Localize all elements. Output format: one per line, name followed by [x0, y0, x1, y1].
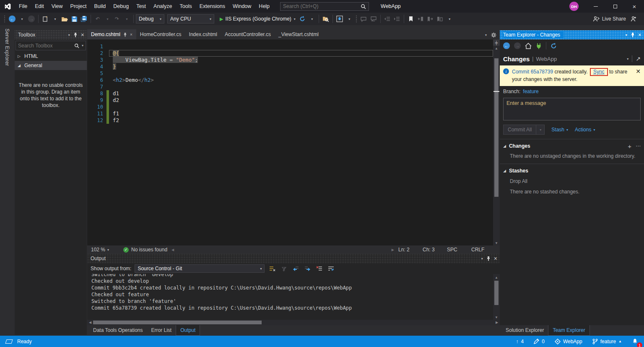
navigate-back-dropdown[interactable]: ▾	[17, 14, 26, 24]
code-line[interactable]: 11f1	[87, 110, 493, 117]
breakpoint-margin[interactable]	[87, 90, 93, 97]
scroll-right-arrow[interactable]: ▶	[494, 321, 500, 324]
current-branch-button[interactable]: feature ▲	[587, 336, 627, 347]
output-vertical-scrollbar[interactable]: ▲ ▼	[493, 274, 500, 320]
undo-dropdown[interactable]: ▾	[103, 14, 112, 24]
drop-all-action[interactable]: Drop All	[503, 175, 641, 184]
user-avatar[interactable]: DH	[569, 2, 579, 11]
document-health-indicator[interactable]: ✓ No issues found	[123, 247, 167, 253]
char-indicator[interactable]: Ch: 3	[423, 247, 447, 253]
commit-link[interactable]: Commit 65a78739	[512, 69, 553, 75]
message-filter-icon[interactable]	[280, 264, 288, 273]
code-line-text[interactable]: <h2>Demo</h2>	[109, 77, 493, 83]
code-line[interactable]: 4}	[87, 63, 493, 70]
maximize-button[interactable]	[605, 0, 625, 13]
new-project-dropdown[interactable]: ▾	[50, 14, 60, 24]
more-options-icon[interactable]: ⋯	[636, 143, 641, 149]
breakpoint-margin[interactable]	[87, 57, 93, 63]
commit-message-box[interactable]	[503, 98, 641, 120]
code-line[interactable]: 5	[87, 70, 493, 77]
line-indicator[interactable]: Ln: 2	[398, 247, 423, 253]
bookmark-window-button[interactable]	[435, 14, 444, 24]
toggle-bookmark-button[interactable]	[406, 14, 415, 24]
live-share-button[interactable]: Live Share	[593, 16, 626, 22]
new-project-button[interactable]	[41, 14, 50, 24]
breakpoint-margin[interactable]	[87, 77, 93, 83]
toolbar-overflow-dropdown[interactable]: ▾	[445, 14, 454, 24]
menu-build[interactable]: Build	[90, 0, 109, 13]
breakpoint-margin[interactable]	[87, 50, 93, 57]
code-editor[interactable]: 12@{3 ViewBag.Title = "Demo";4}56<h2>Dem…	[87, 39, 500, 245]
close-button[interactable]: ×	[625, 0, 644, 13]
code-line-text[interactable]: }	[109, 63, 493, 70]
notifications-button[interactable]: 1	[627, 336, 640, 347]
search-icon[interactable]	[74, 43, 79, 48]
menu-tools[interactable]: Tools	[176, 0, 196, 13]
undock-icon[interactable]: ↗	[636, 55, 641, 62]
breakpoint-margin[interactable]	[87, 43, 93, 50]
menu-debug[interactable]: Debug	[109, 0, 132, 13]
refresh-button[interactable]	[298, 14, 307, 24]
background-tasks-icon[interactable]	[5, 339, 13, 344]
breakpoint-margin[interactable]	[87, 83, 93, 90]
tab-_viewstart-cshtml[interactable]: _ViewStart.cshtml	[275, 29, 322, 39]
page-title[interactable]: Changes	[503, 55, 530, 63]
breakpoint-margin[interactable]	[87, 70, 93, 77]
dock-tab-output[interactable]: Output	[176, 325, 200, 336]
server-explorer-tab[interactable]: Server Explorer	[4, 29, 10, 336]
output-horizontal-scrollbar[interactable]: ◀ ▶	[87, 320, 500, 325]
code-line[interactable]: 7	[87, 83, 493, 90]
toolbar-grip-2[interactable]	[356, 15, 358, 23]
scrollbar-thumb[interactable]	[93, 321, 262, 324]
output-title-bar[interactable]: Output ▾ ×	[87, 254, 500, 263]
menu-help[interactable]: Help	[255, 0, 273, 13]
pin-icon[interactable]	[123, 32, 127, 37]
code-line-text[interactable]	[109, 70, 493, 77]
next-bookmark-button[interactable]	[426, 14, 435, 24]
stashes-section-header[interactable]: Stashes	[509, 168, 528, 174]
scroll-left-arrow[interactable]: ◀	[87, 321, 93, 324]
toolbox-group-html[interactable]: ▷HTML	[15, 52, 87, 61]
breakpoint-margin[interactable]	[87, 110, 93, 117]
gear-icon[interactable]	[491, 32, 496, 38]
uncomment-button[interactable]	[369, 14, 378, 24]
tab-accountcontroller-cs[interactable]: AccountController.cs	[221, 29, 275, 39]
back-button[interactable]: ←	[503, 42, 510, 49]
toolbox-search-input[interactable]	[18, 43, 72, 49]
menu-edit[interactable]: Edit	[31, 0, 48, 13]
add-icon[interactable]: +	[628, 143, 631, 150]
changes-section-header[interactable]: Changes	[509, 143, 530, 149]
next-message-icon[interactable]	[303, 264, 312, 273]
word-wrap-icon[interactable]	[327, 264, 335, 273]
connections-plug-icon[interactable]	[536, 43, 542, 49]
scrollbar-thumb[interactable]	[494, 281, 499, 305]
document-list-dropdown[interactable]: ▾	[485, 33, 487, 37]
branch-link[interactable]: feature	[523, 89, 538, 94]
dock-tab-error-list[interactable]: Error List	[147, 325, 176, 336]
commit-message-input[interactable]	[504, 98, 640, 120]
pin-icon[interactable]	[486, 256, 491, 261]
close-icon[interactable]: ×	[494, 256, 497, 261]
menu-project[interactable]: Project	[67, 0, 91, 13]
redo-button[interactable]: ↷	[112, 14, 122, 24]
splitter-handle[interactable]: ╪	[493, 39, 500, 46]
scroll-left-arrow[interactable]: ◀	[171, 248, 174, 252]
minimize-button[interactable]	[586, 0, 605, 13]
search-icon[interactable]	[361, 4, 366, 9]
toolbox-search-box[interactable]: ▾	[16, 41, 86, 50]
code-line[interactable]: 6<h2>Demo</h2>	[87, 77, 493, 83]
close-icon[interactable]: ×	[130, 32, 132, 37]
forward-button[interactable]: →	[514, 42, 521, 49]
browser-link-dropdown[interactable]: ▾	[345, 14, 354, 24]
code-line-text[interactable]	[109, 83, 493, 90]
code-line-text[interactable]: f1	[109, 110, 493, 117]
start-debugging-button[interactable]: ▶ IIS Express (Google Chrome) ▾	[218, 14, 297, 24]
messages-icon[interactable]	[268, 264, 276, 273]
find-in-files-button[interactable]	[321, 14, 330, 24]
code-line[interactable]: 9d2	[87, 97, 493, 104]
previous-bookmark-button[interactable]	[416, 14, 425, 24]
collapse-icon[interactable]: ◢	[503, 144, 506, 148]
code-line-text[interactable]: f2	[109, 117, 493, 124]
code-line-text[interactable]: d1	[109, 90, 493, 97]
breakpoint-margin[interactable]	[87, 97, 93, 104]
